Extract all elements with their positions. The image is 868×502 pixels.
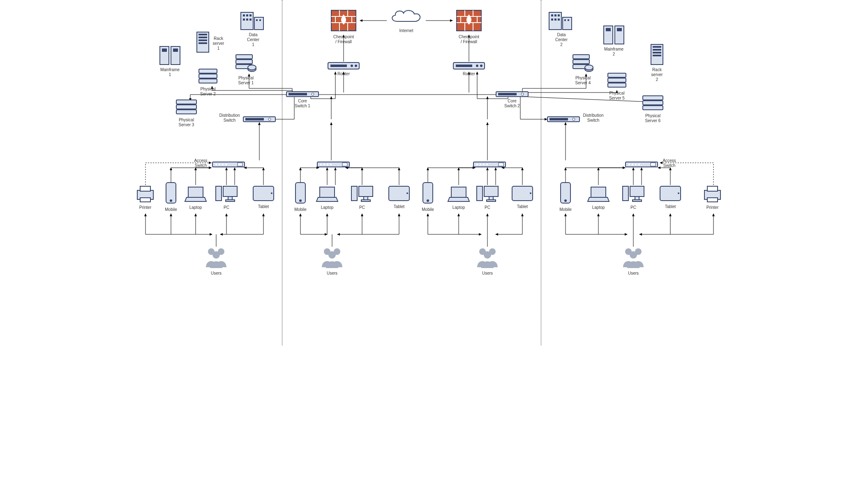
physical-server-5: Physical Server 5 bbox=[607, 72, 627, 101]
svg-rect-140 bbox=[617, 28, 622, 31]
dist-switch-right-label: Distribution Switch bbox=[582, 113, 605, 123]
printer-4: Printer bbox=[701, 183, 724, 210]
internet-label: Internet bbox=[389, 28, 424, 33]
svg-point-210 bbox=[630, 251, 637, 259]
dist-switch-left bbox=[243, 116, 276, 122]
svg-point-72 bbox=[573, 118, 575, 120]
pc-3: PC bbox=[475, 183, 500, 210]
svg-rect-131 bbox=[558, 14, 560, 16]
svg-rect-162 bbox=[188, 187, 203, 197]
svg-rect-181 bbox=[477, 186, 482, 201]
svg-rect-176 bbox=[389, 186, 409, 201]
svg-point-76 bbox=[222, 164, 224, 165]
svg-rect-78 bbox=[238, 163, 242, 166]
svg-rect-147 bbox=[573, 60, 589, 64]
ps2-label: Physical Server 2 bbox=[198, 87, 218, 97]
svg-rect-172 bbox=[351, 186, 357, 201]
physical-server-1: Physical Server 1 bbox=[235, 53, 257, 86]
svg-point-92 bbox=[628, 164, 630, 165]
svg-point-201 bbox=[212, 251, 220, 259]
rack-server-2: Rack server 2 bbox=[650, 43, 664, 82]
svg-rect-156 bbox=[643, 106, 663, 110]
svg-rect-164 bbox=[223, 186, 237, 197]
router-right-label: Router bbox=[452, 72, 485, 76]
firewall-right-label: Checkpoint / Firewall bbox=[455, 35, 483, 44]
svg-point-75 bbox=[219, 164, 220, 165]
svg-rect-144 bbox=[653, 52, 661, 53]
svg-rect-71 bbox=[549, 118, 568, 120]
tablet-1: Tablet bbox=[251, 184, 276, 209]
svg-point-207 bbox=[484, 251, 491, 259]
rack-server-1 bbox=[196, 31, 210, 53]
svg-rect-104 bbox=[249, 19, 252, 21]
tablet-2: Tablet bbox=[387, 184, 411, 209]
users-2: Users bbox=[320, 247, 344, 276]
divider-2 bbox=[541, 0, 541, 345]
access-switch-4-label: Access Switch bbox=[660, 158, 679, 168]
svg-rect-152 bbox=[608, 78, 626, 82]
svg-point-86 bbox=[476, 164, 478, 165]
svg-point-77 bbox=[225, 164, 227, 165]
pc-2: PC bbox=[350, 183, 374, 210]
svg-rect-153 bbox=[608, 83, 626, 87]
svg-point-95 bbox=[638, 164, 640, 165]
svg-point-82 bbox=[327, 164, 328, 165]
svg-rect-108 bbox=[199, 34, 207, 35]
svg-rect-198 bbox=[707, 198, 718, 202]
svg-point-150 bbox=[585, 65, 593, 70]
svg-rect-183 bbox=[489, 197, 493, 200]
svg-rect-154 bbox=[643, 96, 663, 100]
svg-rect-163 bbox=[216, 186, 222, 201]
ps1-label: Physical Server 1 bbox=[235, 76, 257, 86]
svg-rect-190 bbox=[623, 186, 628, 201]
ps3-label: Physical Server 3 bbox=[175, 118, 198, 127]
svg-rect-90 bbox=[499, 163, 503, 166]
tablet-3: Tablet bbox=[510, 184, 535, 209]
svg-rect-65 bbox=[498, 93, 517, 95]
core-switch-1-label: Core Switch 1 bbox=[286, 99, 319, 109]
tablet-4: Tablet bbox=[658, 184, 683, 209]
svg-rect-193 bbox=[633, 200, 642, 201]
svg-point-87 bbox=[480, 164, 481, 165]
svg-point-204 bbox=[328, 251, 336, 259]
svg-point-177 bbox=[406, 192, 408, 194]
svg-rect-114 bbox=[162, 49, 167, 52]
svg-rect-111 bbox=[199, 42, 207, 44]
svg-rect-110 bbox=[199, 39, 207, 41]
svg-rect-84 bbox=[342, 163, 347, 166]
mainframe-2: Mainframe 2 bbox=[603, 25, 625, 57]
dc1-label: Data Center 1 bbox=[239, 32, 268, 47]
physical-server-6: Physical Server 6 bbox=[642, 95, 664, 123]
svg-point-55 bbox=[351, 65, 353, 67]
svg-rect-105 bbox=[256, 19, 258, 21]
rack1-label: Rack server 1 bbox=[211, 36, 226, 51]
svg-rect-191 bbox=[630, 186, 644, 197]
mobile-2: Mobile bbox=[292, 181, 309, 212]
physical-server-2: Physical Server 2 bbox=[198, 68, 218, 97]
svg-point-89 bbox=[486, 164, 488, 165]
svg-point-63 bbox=[312, 93, 314, 95]
svg-rect-102 bbox=[243, 19, 245, 21]
core-switch-1: Core Switch 1 bbox=[286, 91, 319, 109]
svg-rect-166 bbox=[226, 200, 235, 201]
users-4: Users bbox=[621, 247, 646, 276]
users-1: Users bbox=[204, 247, 229, 276]
svg-rect-106 bbox=[259, 19, 261, 21]
svg-rect-173 bbox=[359, 186, 373, 197]
firewall-left-label: Checkpoint / Firewall bbox=[329, 35, 358, 44]
svg-rect-121 bbox=[199, 69, 217, 73]
svg-rect-158 bbox=[140, 186, 150, 191]
svg-rect-142 bbox=[653, 46, 661, 48]
svg-rect-133 bbox=[554, 19, 556, 21]
physical-server-4: Physical Server 4 bbox=[572, 53, 594, 86]
svg-rect-151 bbox=[608, 73, 626, 77]
svg-rect-159 bbox=[140, 198, 150, 202]
laptop-1: Laptop bbox=[183, 185, 208, 210]
access-switch-2 bbox=[317, 162, 350, 167]
access-switch-1 bbox=[212, 162, 245, 167]
users-3: Users bbox=[475, 247, 500, 276]
svg-rect-184 bbox=[487, 200, 496, 201]
svg-rect-136 bbox=[568, 19, 569, 21]
svg-rect-155 bbox=[643, 101, 663, 105]
svg-rect-115 bbox=[173, 49, 178, 52]
